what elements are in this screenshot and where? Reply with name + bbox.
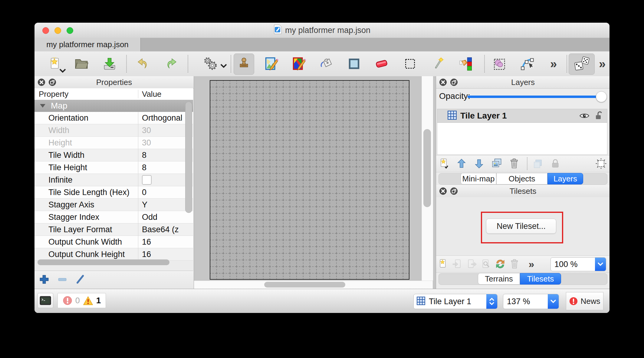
collapse-triangle-icon[interactable] <box>40 104 45 108</box>
property-value[interactable]: 30 <box>138 137 193 149</box>
select-same-tile-tool[interactable] <box>458 56 475 72</box>
shape-fill-brush-tool[interactable] <box>291 56 307 72</box>
stamp-brush-tool[interactable] <box>236 56 252 72</box>
terrain-brush-tool[interactable] <box>263 56 280 72</box>
canvas-horizontal-scrollbar[interactable] <box>264 282 345 288</box>
layer-visibility-eye-icon[interactable] <box>579 112 590 121</box>
layer-row-tile-layer-1[interactable]: Tile Layer 1 <box>437 109 607 123</box>
dropdown-chevron-icon[interactable] <box>595 258 606 271</box>
message-counts-group[interactable]: 0 1 <box>58 293 106 308</box>
remove-property-button[interactable] <box>56 273 70 287</box>
property-value[interactable]: 8 <box>138 149 193 161</box>
highlight-current-layer-button[interactable] <box>594 156 608 171</box>
tileset-toolbar-overflow-button[interactable]: » <box>529 258 534 270</box>
infinite-checkbox[interactable] <box>142 175 152 185</box>
show-hide-other-layers-button[interactable] <box>531 156 545 171</box>
zoom-select[interactable]: 137 % <box>503 294 559 309</box>
property-row[interactable]: Height30 <box>34 137 193 149</box>
new-layer-button[interactable] <box>437 156 451 171</box>
tileset-zoom-select[interactable]: 100 % <box>550 257 606 271</box>
embed-tileset-button[interactable] <box>450 257 465 271</box>
property-row[interactable]: Output Chunk Width16 <box>34 236 193 248</box>
property-row[interactable]: Width30 <box>34 124 193 137</box>
redo-button[interactable] <box>163 56 179 72</box>
add-property-button[interactable] <box>38 273 51 287</box>
float-panel-icon[interactable] <box>48 78 56 86</box>
map-canvas-area[interactable] <box>194 76 436 289</box>
property-value[interactable]: Orthogonal <box>138 112 193 124</box>
export-tileset-button[interactable] <box>465 257 479 271</box>
view-toolbar-overflow-button[interactable]: » <box>599 57 606 71</box>
property-value[interactable]: 16 <box>138 236 193 248</box>
property-value[interactable]: Y <box>138 199 193 211</box>
edit-tileset-button[interactable] <box>479 257 493 271</box>
undo-button[interactable] <box>135 56 151 72</box>
tab-mini-map[interactable]: Mini-map <box>461 173 496 184</box>
float-panel-icon[interactable] <box>450 187 458 195</box>
edit-polygons-tool[interactable] <box>519 56 536 72</box>
property-row[interactable]: Infinite <box>34 174 193 186</box>
close-panel-icon[interactable] <box>439 78 447 86</box>
property-value[interactable]: 0 <box>138 186 193 198</box>
close-panel-icon[interactable] <box>439 187 447 195</box>
layer-unlocked-icon[interactable] <box>595 111 603 122</box>
select-objects-tool[interactable] <box>491 56 508 72</box>
property-value[interactable]: 30 <box>138 124 193 136</box>
new-tileset-toolbar-button[interactable] <box>435 257 450 271</box>
opacity-slider-track[interactable] <box>468 96 604 98</box>
new-map-dropdown-chevron[interactable] <box>59 68 67 73</box>
tab-terrains[interactable]: Terrains <box>478 273 520 285</box>
document-tab[interactable]: my platformer map.json <box>34 38 141 51</box>
random-mode-button[interactable] <box>573 56 590 72</box>
canvas-vertical-scrollbar[interactable] <box>423 129 431 207</box>
tab-layers[interactable]: Layers <box>547 173 583 184</box>
duplicate-layer-button[interactable] <box>489 156 504 171</box>
toolbar-overflow-button[interactable]: » <box>550 57 557 71</box>
magic-wand-tool[interactable] <box>431 56 447 72</box>
reload-tileset-button[interactable] <box>493 257 508 271</box>
automapping-dropdown-chevron[interactable] <box>220 63 228 68</box>
opacity-slider-handle[interactable] <box>596 91 607 102</box>
shape-fill-tool[interactable] <box>346 56 362 72</box>
new-tileset-button[interactable]: New Tileset... <box>486 219 556 234</box>
delete-layer-button[interactable] <box>507 156 521 171</box>
property-row[interactable]: Stagger IndexOdd <box>34 211 193 223</box>
stepper-chevrons-icon[interactable] <box>486 294 497 309</box>
save-button[interactable] <box>101 56 118 72</box>
layer-list[interactable]: Tile Layer 1 <box>437 109 607 155</box>
property-value[interactable]: Base64 (z <box>138 223 193 236</box>
tab-objects[interactable]: Objects <box>496 173 547 184</box>
property-value[interactable]: 16 <box>138 248 193 260</box>
map-grid[interactable] <box>210 80 409 280</box>
property-row[interactable]: Output Chunk Height16 <box>34 248 193 261</box>
current-layer-select[interactable]: Tile Layer 1 <box>413 294 498 309</box>
remove-tileset-button[interactable] <box>507 257 522 271</box>
edit-property-button[interactable] <box>74 273 88 287</box>
eraser-tool[interactable] <box>373 56 390 72</box>
dropdown-chevron-icon[interactable] <box>548 294 559 309</box>
property-row[interactable]: Tile Width8 <box>34 149 193 161</box>
lock-layers-button[interactable] <box>548 156 563 171</box>
automapping-button[interactable] <box>202 56 218 72</box>
property-value[interactable]: Odd <box>138 211 193 223</box>
properties-horizontal-scrollbar[interactable] <box>38 259 169 265</box>
float-panel-icon[interactable] <box>450 78 458 86</box>
property-row[interactable]: Stagger AxisY <box>34 199 193 211</box>
properties-vertical-scrollbar[interactable] <box>185 102 192 213</box>
open-file-button[interactable] <box>73 56 90 72</box>
property-value[interactable] <box>138 174 193 186</box>
title-bar[interactable]: my platformer map.json <box>34 23 610 38</box>
map-group-row[interactable]: Map <box>34 100 193 112</box>
news-button[interactable]: News <box>566 292 603 310</box>
rectangular-select-tool[interactable] <box>402 56 418 72</box>
property-row[interactable]: OrientationOrthogonal <box>34 112 193 124</box>
raise-layer-button[interactable] <box>454 156 469 171</box>
tab-tilesets[interactable]: Tilesets <box>520 273 561 285</box>
bucket-fill-tool[interactable] <box>318 56 335 72</box>
property-row[interactable]: Tile Height8 <box>34 161 193 174</box>
close-panel-icon[interactable] <box>38 78 45 86</box>
property-row[interactable]: Tile Side Length (Hex)0 <box>34 186 193 199</box>
property-row[interactable]: Tile Layer FormatBase64 (z <box>34 223 193 236</box>
console-button[interactable] <box>38 293 53 308</box>
property-value[interactable]: 8 <box>138 161 193 174</box>
